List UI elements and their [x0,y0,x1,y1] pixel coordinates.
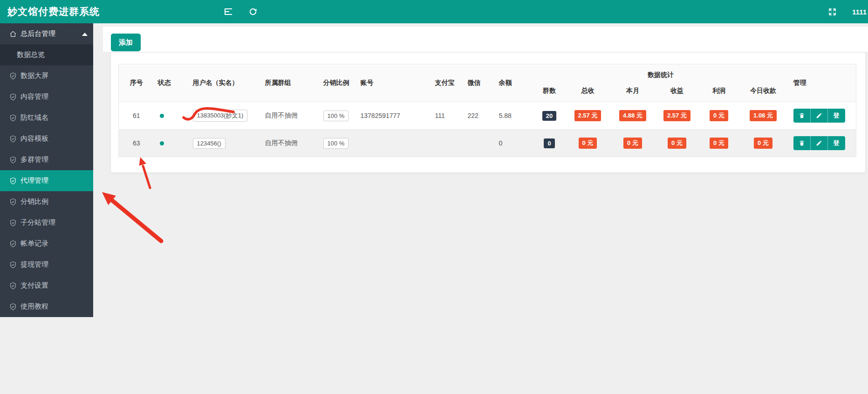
sidebar-item-label: 支付设置 [21,281,48,290]
cell-today-income: 1.08 元 [739,102,788,130]
sidebar-item-label: 数据大屏 [21,71,48,80]
cell-account: 13782591777 [357,102,431,130]
ratio-box[interactable]: 100 % [323,111,349,121]
col-header-groups-count: 群数 [534,86,565,102]
groups-count-badge: 0 [544,138,554,148]
username-box[interactable]: 13835003(妙文1) [193,110,248,122]
col-header-alipay: 支付宝 [431,64,464,102]
edit-button[interactable] [811,109,828,123]
col-header-profit: 利润 [699,86,739,102]
groups-count-badge: 20 [542,111,556,121]
cell-index: 63 [119,130,154,157]
total-income-badge: 0 元 [579,138,597,149]
sidebar-item-11[interactable]: 提现管理 [0,254,93,275]
caret-up-icon [82,33,88,36]
cell-group: 自用不抽佣 [261,130,320,157]
shield-check-icon [9,72,17,80]
login-as-button[interactable]: 登 [828,136,845,150]
cell-month-income: 4.88 元 [611,102,655,130]
cell-earnings: 2.57 元 [655,102,699,130]
cell-status [154,130,189,157]
agents-table-card: 序号 状态 用户名（实名） 所属群组 分销比例 账号 支付宝 微信 余额 数据统… [111,53,865,173]
add-button[interactable]: 添加 [111,34,141,51]
sidebar-item-13[interactable]: 使用教程 [0,296,93,317]
month-income-badge: 0 元 [623,138,642,149]
refresh-glyph [249,7,257,16]
col-header-balance: 余额 [495,64,534,102]
total-income-badge: 2.57 元 [574,110,601,121]
today-income-badge: 0 元 [754,138,772,149]
month-income-badge: 4.88 元 [619,110,646,121]
sidebar-item-6[interactable]: 多群管理 [0,149,93,170]
sidebar-item-label: 数据总览 [17,50,45,59]
shield-check-icon [9,303,17,311]
profit-badge: 0 元 [710,138,728,149]
sidebar-item-label: 分销比例 [21,197,48,206]
user-badge[interactable]: 1111 [852,0,867,23]
table-row-63: 63123456()自用不抽佣100 %000 元0 元0 元0 元0 元登 [119,130,856,157]
cell-status [154,102,189,130]
fullscreen-glyph [828,8,836,16]
sidebar-item-label: 内容模板 [21,134,48,143]
sidebar-item-label: 子分站管理 [21,218,55,227]
cell-actions: 登 [788,102,856,130]
col-header-ratio: 分销比例 [320,64,357,102]
sidebar-item-7[interactable]: 代理管理 [0,170,93,191]
cell-actions: 登 [788,130,856,157]
col-header-status: 状态 [154,64,189,102]
sidebar-item-label: 多群管理 [21,155,48,164]
shield-check-icon [9,282,17,290]
stats-group-header: 数据统计 [534,64,788,86]
sidebar-item-label: 帐单记录 [21,239,48,248]
sidebar-item-label: 提现管理 [21,260,48,269]
shield-check-icon [9,135,17,143]
sidebar-item-9[interactable]: 子分站管理 [0,212,93,233]
col-header-wechat: 微信 [464,64,495,102]
sidebar-item-12[interactable]: 支付设置 [0,275,93,296]
shield-check-icon [9,198,17,206]
cell-profit: 0 元 [699,130,739,157]
edit-button[interactable] [811,136,828,150]
cell-total-income: 2.57 元 [565,102,611,130]
fullscreen-icon[interactable] [824,0,841,23]
col-header-account: 账号 [357,64,431,102]
sidebar-item-3[interactable]: 内容管理 [0,86,93,107]
table-row-61: 6113835003(妙文1)自用不抽佣100 %137825917771112… [119,102,856,130]
sidebar-item-0[interactable]: 总后台管理 [0,23,93,44]
cell-ratio: 100 % [320,130,357,157]
cell-total-income: 0 元 [565,130,611,157]
refresh-icon[interactable] [245,0,261,23]
cell-index: 61 [119,102,154,130]
status-dot [160,141,164,145]
cell-groups-count: 0 [534,130,565,157]
delete-button[interactable] [793,109,811,123]
sidebar-item-label: 总后台管理 [21,29,55,38]
ratio-box[interactable]: 100 % [323,138,349,149]
sidebar-toggle-icon[interactable] [220,0,237,23]
delete-button[interactable] [793,136,811,150]
sidebar-item-10[interactable]: 帐单记录 [0,233,93,254]
cell-ratio: 100 % [320,102,357,130]
sidebar-item-label: 防红域名 [21,113,48,122]
sidebar-item-4[interactable]: 防红域名 [0,107,93,128]
sidebar-item-label: 使用教程 [21,302,48,311]
sidebar-item-2[interactable]: 数据大屏 [0,65,93,86]
sidebar-nav: 总后台管理数据总览数据大屏内容管理防红域名内容模板多群管理代理管理分销比例子分站… [0,23,93,317]
cell-groups-count: 20 [534,102,565,130]
top-header-bar: 妙文馆付费进群系统 1111 [0,0,868,23]
cell-account [357,130,431,157]
cell-username: 123456() [189,130,261,157]
sidebar-item-1[interactable]: 数据总览 [0,44,93,65]
col-header-today-income: 今日收款 [739,86,788,102]
col-header-total-income: 总收 [565,86,611,102]
status-dot [160,114,164,118]
home-icon [9,30,17,38]
sidebar-item-label: 代理管理 [21,176,48,185]
today-income-badge: 1.08 元 [750,110,777,121]
shield-check-icon [9,219,17,227]
username-box[interactable]: 123456() [193,138,226,149]
sidebar-item-5[interactable]: 内容模板 [0,128,93,149]
shield-check-icon [9,240,17,248]
sidebar-item-8[interactable]: 分销比例 [0,191,93,212]
login-as-button[interactable]: 登 [828,109,845,123]
